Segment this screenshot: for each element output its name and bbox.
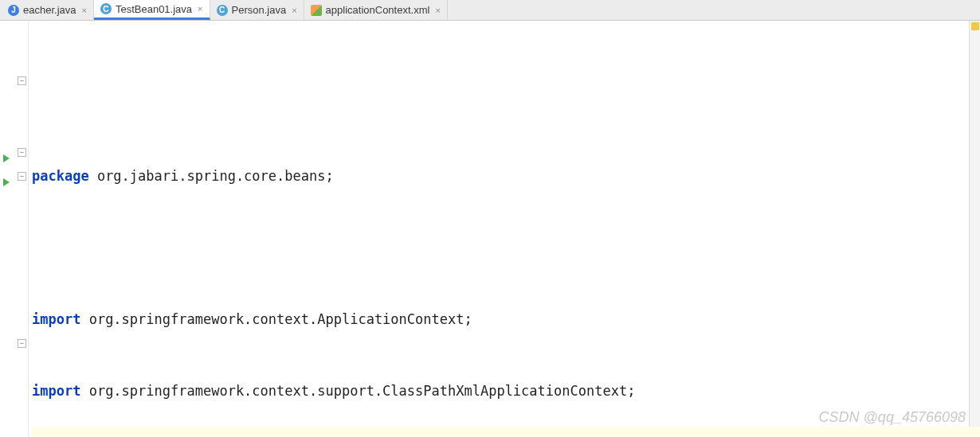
tab-appcontext-xml[interactable]: applicationContext.xml × — [304, 0, 448, 20]
fold-icon[interactable]: − — [18, 172, 26, 181]
fold-icon[interactable]: − — [18, 339, 26, 348]
code-line: import org.springframework.context.suppo… — [32, 379, 980, 403]
current-line-highlight — [32, 427, 980, 437]
run-gutter-icon[interactable] — [3, 178, 10, 186]
close-icon[interactable]: × — [292, 6, 296, 15]
code-editor[interactable]: − − − − package org.jabari.spring.core.b… — [0, 21, 980, 437]
editor-tabs: J eacher.java × C TestBean01.java × C Pe… — [0, 0, 980, 21]
warning-indicator-icon[interactable] — [971, 22, 979, 30]
code-line: package org.jabari.spring.core.beans; — [32, 164, 980, 188]
tab-testbean01[interactable]: C TestBean01.java × — [94, 0, 210, 20]
tab-label: TestBean01.java — [116, 3, 192, 15]
run-gutter-icon[interactable] — [3, 154, 10, 162]
code-line — [32, 236, 980, 259]
watermark-text: CSDN @qq_45766098 — [819, 409, 966, 426]
code-line: import org.springframework.context.Appli… — [32, 307, 980, 331]
xml-file-icon — [311, 5, 322, 16]
tab-label: applicationContext.xml — [326, 4, 430, 16]
class-file-icon: C — [217, 5, 228, 16]
tab-teacher[interactable]: J eacher.java × — [2, 0, 94, 20]
fold-icon[interactable]: − — [18, 76, 26, 85]
error-stripe[interactable] — [969, 21, 980, 437]
close-icon[interactable]: × — [198, 4, 202, 14]
tab-label: eacher.java — [23, 4, 76, 16]
close-icon[interactable]: × — [82, 6, 87, 15]
tab-person[interactable]: C Person.java × — [210, 0, 304, 20]
tab-label: Person.java — [232, 4, 287, 16]
editor-gutter: − − − − — [0, 21, 29, 437]
close-icon[interactable]: × — [435, 6, 440, 15]
fold-icon[interactable]: − — [18, 148, 26, 157]
java-file-icon: J — [8, 5, 19, 16]
code-area[interactable]: package org.jabari.spring.core.beans; im… — [29, 21, 980, 437]
class-file-icon: C — [100, 3, 112, 14]
